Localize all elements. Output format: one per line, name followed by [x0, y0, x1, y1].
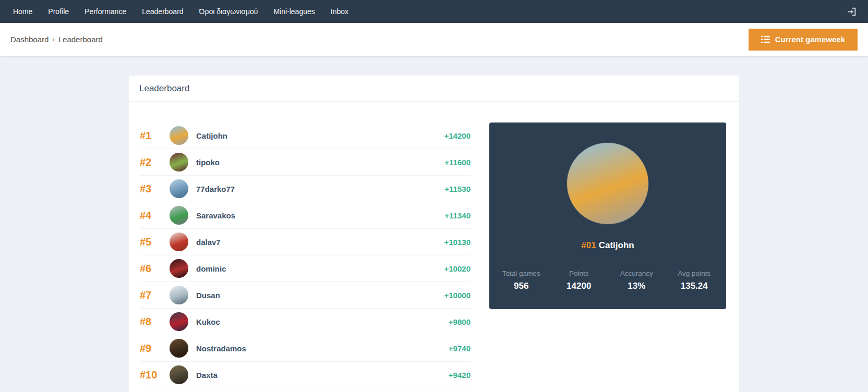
current-gameweek-button[interactable]: Current gameweek	[749, 29, 858, 51]
leaderboard-row[interactable]: #4Saravakos+11340	[140, 202, 471, 229]
rank-label: #3	[140, 183, 170, 195]
list-icon	[761, 35, 770, 43]
nav-item-home[interactable]: Home	[5, 0, 40, 23]
user-avatar	[170, 206, 188, 225]
leaderboard-row[interactable]: #8Kukoc+9800	[140, 309, 471, 335]
leaderboard-row[interactable]: #9Nostradamos+9740	[140, 335, 471, 362]
username-link[interactable]: tipoko	[196, 158, 220, 167]
top-navbar: HomeProfilePerformanceLeaderboardΌροι δι…	[0, 0, 868, 23]
points-value: +9740	[449, 344, 471, 353]
leaderboard-row[interactable]: #2tipoko+11600	[140, 149, 471, 176]
points-value: +9420	[449, 371, 471, 379]
user-avatar	[170, 153, 188, 172]
points-value: +11530	[444, 185, 471, 193]
rank-label: #8	[140, 316, 170, 328]
current-gameweek-label: Current gameweek	[775, 35, 845, 44]
rank-label: #9	[140, 342, 170, 354]
leader-avatar	[566, 142, 649, 225]
nav-item-mini-leagues[interactable]: Mini-leagues	[266, 0, 322, 23]
stat-label: Accurancy	[608, 270, 666, 277]
username-link[interactable]: Nostradamos	[196, 344, 246, 353]
leaderboard-row[interactable]: #6dominic+10020	[140, 255, 471, 282]
username-link[interactable]: Daxta	[196, 371, 218, 379]
card-body: #1Catijohn+14200#2tipoko+11600#377darko7…	[129, 102, 739, 388]
user-avatar	[170, 312, 188, 331]
username-link[interactable]: dominic	[196, 264, 226, 273]
stat-value: 14200	[550, 281, 608, 291]
points-value: +10130	[444, 238, 471, 247]
leaderboard-row[interactable]: #7Dusan+10000	[140, 282, 471, 309]
leaderboard-row[interactable]: #377darko77+11530	[140, 176, 471, 202]
stat-column: Accurancy13%	[608, 270, 666, 291]
stat-value: 135.24	[666, 281, 724, 291]
breadcrumb: Dashboard › Leaderboard	[10, 35, 103, 44]
stat-column: Avg points135.24	[666, 270, 724, 291]
username-link[interactable]: 77darko77	[196, 185, 235, 193]
card-title: Leaderboard	[129, 76, 739, 102]
leaderboard-card: Leaderboard #1Catijohn+14200#2tipoko+116…	[129, 76, 739, 392]
user-avatar	[170, 339, 188, 358]
navbar-items: HomeProfilePerformanceLeaderboardΌροι δι…	[5, 0, 356, 23]
rank-label: #1	[140, 130, 170, 142]
user-avatar	[170, 179, 188, 198]
breadcrumb-current-page: Leaderboard	[58, 35, 103, 44]
leader-username: Catijohn	[599, 240, 634, 250]
stat-value: 13%	[608, 281, 666, 291]
rank-label: #7	[140, 289, 170, 301]
stat-value: 956	[492, 281, 550, 291]
rank-label: #6	[140, 263, 170, 275]
leader-stats: Total games956Points14200Accurancy13%Avg…	[489, 270, 726, 291]
breadcrumb-separator: ›	[52, 35, 54, 43]
user-avatar	[170, 232, 188, 251]
user-avatar	[170, 365, 188, 384]
stat-column: Total games956	[492, 270, 550, 291]
nav-item-leaderboard[interactable]: Leaderboard	[134, 0, 191, 23]
points-value: +10020	[444, 264, 471, 273]
nav-item-inbox[interactable]: Inbox	[323, 0, 356, 23]
username-link[interactable]: Kukoc	[196, 317, 220, 326]
rank-label: #10	[140, 369, 170, 381]
leaderboard-row[interactable]: #5dalav7+10130	[140, 229, 471, 255]
leaderboard-row[interactable]: #10Daxta+9420	[140, 362, 471, 388]
stat-label: Avg points	[666, 270, 724, 277]
nav-item-terms[interactable]: Όροι διαγωνισμού	[191, 0, 266, 23]
user-avatar	[170, 259, 188, 278]
points-value: +11600	[444, 158, 471, 167]
stat-column: Points14200	[550, 270, 608, 291]
leaderboard-list: #1Catijohn+14200#2tipoko+11600#377darko7…	[140, 123, 471, 388]
stat-label: Total games	[492, 270, 550, 277]
user-avatar	[170, 126, 188, 145]
sign-in-button[interactable]	[845, 0, 859, 23]
breadcrumb-bar: Dashboard › Leaderboard Current gameweek	[0, 23, 868, 56]
points-value: +11340	[444, 211, 471, 220]
points-value: +10000	[444, 291, 471, 300]
nav-item-performance[interactable]: Performance	[77, 0, 134, 23]
rank-label: #2	[140, 156, 170, 168]
points-value: +14200	[444, 131, 471, 140]
username-link[interactable]: Catijohn	[196, 131, 227, 140]
rank-label: #4	[140, 210, 170, 222]
points-value: +9800	[449, 317, 471, 326]
rank-label: #5	[140, 236, 170, 248]
username-link[interactable]: Saravakos	[196, 211, 235, 220]
leader-profile-panel: #01Catijohn Total games956Points14200Acc…	[489, 123, 726, 309]
leader-name: #01Catijohn	[489, 240, 726, 251]
breadcrumb-dashboard-link[interactable]: Dashboard	[10, 35, 49, 44]
nav-item-profile[interactable]: Profile	[40, 0, 77, 23]
user-avatar	[170, 286, 188, 304]
leaderboard-row[interactable]: #1Catijohn+14200	[140, 123, 471, 149]
username-link[interactable]: Dusan	[196, 291, 220, 300]
leader-rank-badge: #01	[581, 240, 596, 250]
username-link[interactable]: dalav7	[196, 238, 221, 247]
stat-label: Points	[550, 270, 608, 277]
sign-in-icon	[847, 7, 857, 17]
